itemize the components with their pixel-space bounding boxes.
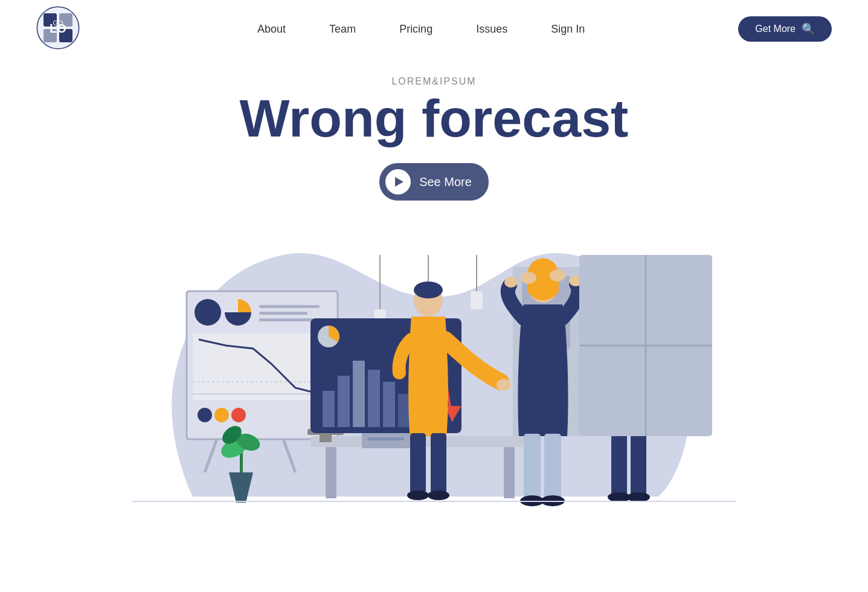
svg-point-66 bbox=[521, 272, 536, 284]
svg-rect-37 bbox=[504, 447, 515, 498]
play-icon bbox=[385, 169, 411, 195]
hero-title: Wrong forecast bbox=[0, 92, 868, 145]
svg-line-28 bbox=[205, 439, 217, 472]
scene-svg bbox=[132, 207, 736, 557]
svg-rect-77 bbox=[611, 434, 627, 497]
nav-item-pricing[interactable]: Pricing bbox=[378, 18, 454, 40]
svg-rect-50 bbox=[398, 394, 410, 427]
svg-point-27 bbox=[231, 408, 246, 422]
nav-item-about[interactable]: About bbox=[236, 18, 307, 40]
search-icon: 🔍 bbox=[802, 22, 815, 36]
svg-rect-48 bbox=[368, 370, 380, 427]
logo[interactable]: LO GO bbox=[36, 6, 80, 52]
main-nav: About Team Pricing Issues Sign In bbox=[104, 18, 738, 40]
svg-point-67 bbox=[550, 269, 565, 282]
get-more-label: Get More bbox=[755, 24, 796, 34]
nav-item-team[interactable]: Team bbox=[307, 18, 378, 40]
nav-item-signin[interactable]: Sign In bbox=[529, 18, 606, 40]
svg-point-62 bbox=[428, 491, 449, 500]
see-more-label: See More bbox=[419, 175, 472, 189]
svg-point-80 bbox=[627, 492, 650, 502]
svg-rect-46 bbox=[338, 376, 350, 427]
get-more-button[interactable]: Get More 🔍 bbox=[738, 16, 832, 42]
svg-rect-21 bbox=[259, 318, 313, 321]
svg-point-58 bbox=[497, 379, 511, 391]
svg-rect-69 bbox=[544, 434, 561, 500]
svg-point-26 bbox=[214, 408, 229, 422]
play-triangle bbox=[395, 177, 403, 187]
svg-rect-20 bbox=[259, 312, 307, 315]
svg-rect-36 bbox=[326, 447, 336, 498]
hero-subtitle: LOREM&IPSUM bbox=[0, 76, 868, 87]
svg-rect-78 bbox=[631, 434, 646, 497]
nav-item-issues[interactable]: Issues bbox=[454, 18, 529, 40]
illustration bbox=[0, 195, 868, 557]
svg-point-61 bbox=[407, 491, 429, 500]
svg-rect-59 bbox=[410, 433, 426, 494]
svg-rect-68 bbox=[524, 434, 541, 500]
svg-rect-45 bbox=[323, 391, 335, 427]
header-right: Get More 🔍 bbox=[738, 16, 832, 42]
svg-point-57 bbox=[414, 282, 443, 298]
svg-rect-47 bbox=[353, 361, 365, 427]
svg-point-18 bbox=[194, 299, 221, 326]
svg-line-29 bbox=[283, 439, 295, 472]
svg-rect-60 bbox=[431, 433, 446, 494]
hero-section: LOREM&IPSUM Wrong forecast See More bbox=[0, 58, 868, 201]
svg-point-25 bbox=[198, 408, 212, 422]
svg-text:GO: GO bbox=[53, 19, 63, 27]
svg-point-64 bbox=[504, 277, 518, 288]
svg-rect-19 bbox=[259, 305, 320, 308]
svg-rect-49 bbox=[383, 382, 395, 427]
svg-marker-30 bbox=[229, 472, 253, 503]
header: LO GO About Team Pricing Issues Sign In … bbox=[0, 0, 868, 58]
svg-rect-41 bbox=[368, 437, 404, 440]
